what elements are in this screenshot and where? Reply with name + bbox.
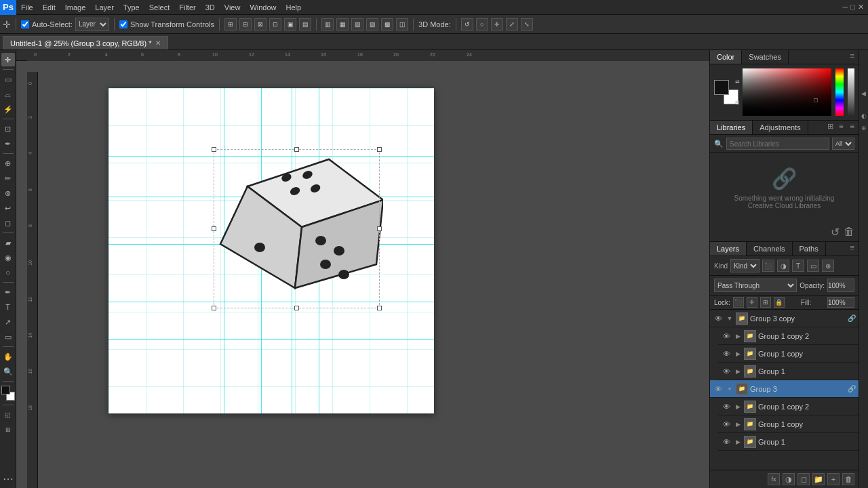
auto-select-dropdown[interactable]: Layer Group (75, 18, 109, 31)
dist-right-button[interactable]: ▧ (351, 18, 363, 30)
layer-expand-group1-a[interactable]: ▶ (734, 366, 742, 377)
canvas-document[interactable] (108, 88, 434, 413)
layer-row-group3copy[interactable]: 👁 ▼ 📁 Group 3 copy 🔗 (710, 310, 859, 327)
screen-mode-btn[interactable]: ⊞ (1, 423, 15, 436)
canvas-wrapper[interactable]: 0 2 4 6 8 10 12 14 16 18 (27, 61, 709, 488)
3d-slide-btn[interactable]: ⤢ (506, 18, 518, 30)
stamp-tool[interactable]: ⊗ (1, 186, 15, 200)
fill-input[interactable]: 100% (827, 297, 854, 308)
lock-all-icon[interactable]: 🔒 (774, 297, 785, 308)
auto-select-checkbox[interactable] (21, 20, 29, 28)
layer-vis-group1copy2-a[interactable]: 👁 (721, 331, 732, 342)
blend-mode-dropdown[interactable]: Pass Through Normal Multiply Screen Over… (714, 279, 797, 292)
layer-vis-group1copy-b[interactable]: 👁 (721, 419, 732, 430)
layer-delete-button[interactable]: 🗑 (842, 473, 854, 485)
layer-fx-button[interactable]: fx (768, 473, 780, 485)
quick-mask-btn[interactable]: ◱ (1, 408, 15, 422)
layer-mask-button[interactable]: ◻ (797, 473, 810, 485)
layer-vis-group1-b[interactable]: 👁 (721, 436, 732, 447)
layer-adjustment-button[interactable]: ◑ (783, 473, 795, 485)
dodge-tool[interactable]: ○ (1, 266, 15, 279)
foreground-color-swatch[interactable] (714, 80, 729, 95)
marquee-tool[interactable]: ▭ (1, 73, 15, 86)
move-tool[interactable]: ✛ (1, 53, 15, 66)
menu-type[interactable]: Type (119, 2, 144, 13)
align-left-button[interactable]: ⊞ (224, 18, 237, 30)
layer-expand-group1copy-a[interactable]: ▶ (734, 348, 742, 359)
lib-refresh-btn[interactable]: ↺ (831, 226, 840, 239)
brush-tool[interactable]: ✏ (1, 171, 15, 185)
zoom-tool[interactable]: 🔍 (1, 365, 15, 378)
color-picker-cursor[interactable] (814, 98, 818, 102)
crop-tool[interactable]: ⊡ (1, 122, 15, 136)
layer-row-group1copy2-b[interactable]: 👁 ▶ 📁 Group 1 copy 2 (718, 398, 859, 415)
canvas-area[interactable]: 0 2 4 6 8 10 12 14 16 18 20 22 24 (16, 50, 709, 488)
lib-panel-menu[interactable]: ≡ (846, 121, 859, 134)
text-tool[interactable]: T (1, 300, 15, 314)
kind-pixel-icon[interactable]: ⬛ (762, 260, 774, 272)
layer-row-group1copy2-a[interactable]: 👁 ▶ 📁 Group 1 copy 2 (718, 327, 859, 345)
tab-libraries[interactable]: Libraries (710, 121, 753, 134)
tab-close-button[interactable]: ✕ (155, 39, 161, 47)
lib-list-view[interactable]: ≡ (836, 121, 846, 134)
layer-row-group1-b[interactable]: 👁 ▶ 📁 Group 1 (718, 433, 859, 451)
default-colors-icon[interactable]: ⊟ (735, 100, 740, 106)
lock-position-icon[interactable]: ✛ (747, 297, 757, 308)
layers-panel-menu[interactable]: ≡ (846, 242, 859, 256)
swap-colors-icon[interactable]: ⇄ (735, 79, 740, 85)
lock-pixels-icon[interactable]: ⬛ (733, 297, 744, 308)
extras-btn[interactable]: ⋯ (1, 472, 15, 485)
menu-3d[interactable]: 3D (201, 2, 220, 13)
layer-expand-group1copy2-a[interactable]: ▶ (734, 331, 742, 342)
kind-smart-icon[interactable]: ⊕ (822, 260, 834, 272)
show-transform-checkbox[interactable] (119, 20, 127, 28)
panel-collapse-btn[interactable]: ◀ (860, 80, 868, 107)
pen-tool[interactable]: ✒ (1, 285, 15, 299)
layer-vis-group1copy-a[interactable]: 👁 (721, 348, 732, 359)
align-right-button[interactable]: ⊠ (254, 18, 267, 30)
3d-pan-btn[interactable]: ✛ (491, 18, 503, 30)
3d-orbit-btn[interactable]: ○ (476, 18, 488, 30)
layer-expand-group1copy2-b[interactable]: ▶ (734, 401, 742, 412)
menu-file[interactable]: File (16, 2, 38, 13)
opacity-input[interactable]: 100% (827, 279, 854, 292)
maximize-btn[interactable]: □ (850, 3, 855, 12)
lib-filter-dropdown[interactable]: All (832, 138, 854, 150)
3d-rotate-btn[interactable]: ↺ (461, 18, 473, 30)
menu-filter[interactable]: Filter (174, 2, 200, 13)
eyedropper-tool[interactable]: ✒ (1, 137, 15, 150)
layer-expand-group3[interactable]: ▼ (726, 384, 734, 394)
layer-group-button[interactable]: 📁 (812, 473, 825, 485)
layer-expand-group3copy[interactable]: ▼ (726, 313, 734, 324)
menu-image[interactable]: Image (60, 2, 91, 13)
dist-center-v-button[interactable]: ▩ (381, 18, 393, 30)
kind-shape-icon[interactable]: ▭ (807, 260, 819, 272)
heal-tool[interactable]: ⊕ (1, 157, 15, 170)
layer-row-group1copy-a[interactable]: 👁 ▶ 📁 Group 1 copy (718, 345, 859, 363)
kind-adjust-icon[interactable]: ◑ (777, 260, 789, 272)
tab-paths[interactable]: Paths (793, 242, 826, 256)
align-bottom-button[interactable]: ▤ (299, 18, 311, 30)
gradient-tool[interactable]: ▰ (1, 236, 15, 249)
doc-tab[interactable]: Untitled-1 @ 25% (Group 3 copy, RGB/8) *… (3, 36, 168, 49)
layer-expand-group1copy-b[interactable]: ▶ (734, 419, 742, 430)
lib-delete-btn[interactable]: 🗑 (844, 226, 854, 239)
lock-artboard-icon[interactable]: ⊞ (760, 297, 771, 308)
align-top-button[interactable]: ⊡ (269, 18, 281, 30)
layer-row-group3[interactable]: 👁 ▼ 📁 Group 3 🔗 (710, 380, 859, 398)
align-center-v-button[interactable]: ▣ (284, 18, 296, 30)
path-select-tool[interactable]: ↗ (1, 315, 15, 329)
lib-search-input[interactable] (726, 138, 829, 150)
menu-help[interactable]: Help (281, 2, 307, 13)
history-brush-tool[interactable]: ↩ (1, 201, 15, 215)
hue-slider[interactable] (835, 68, 844, 116)
menu-window[interactable]: Window (245, 2, 281, 13)
tab-color[interactable]: Color (710, 50, 742, 64)
magic-wand-tool[interactable]: ⚡ (1, 102, 15, 116)
tab-channels[interactable]: Channels (747, 242, 792, 256)
dist-left-button[interactable]: ▥ (321, 18, 334, 30)
layer-new-button[interactable]: + (827, 473, 840, 485)
minimize-btn[interactable]: ─ (843, 3, 848, 12)
opacity-slider[interactable] (848, 68, 854, 116)
color-panel-menu[interactable]: ≡ (846, 50, 859, 64)
